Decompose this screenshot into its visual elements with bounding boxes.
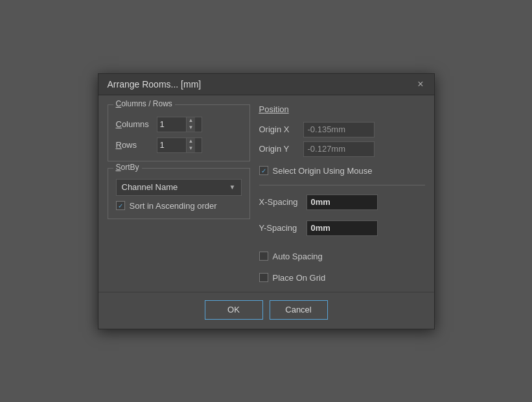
x-spacing-label: X-Spacing [259, 197, 301, 207]
title-bar: Arrange Rooms... [mm] × [98, 74, 434, 95]
columns-input[interactable] [157, 119, 186, 129]
auto-spacing-row: Auto Spacing [259, 252, 425, 261]
dialog-title: Arrange Rooms... [mm] [108, 79, 202, 89]
ok-button[interactable]: OK [205, 300, 263, 320]
rows-label: Rows [116, 140, 152, 150]
origin-y-input[interactable] [303, 141, 375, 157]
origin-x-row: Origin X [259, 122, 425, 137]
sortby-selected: Channel Name [122, 182, 178, 192]
separator-1 [259, 185, 425, 185]
columns-row: Columns ▲ ▼ [116, 117, 242, 132]
ascending-label[interactable]: Sort in Ascending order [130, 201, 217, 211]
sortby-dropdown[interactable]: Channel Name ▼ [116, 179, 242, 196]
rows-input[interactable] [157, 140, 186, 150]
auto-spacing-checkbox[interactable] [259, 252, 268, 261]
dropdown-arrow-icon: ▼ [229, 183, 236, 191]
columns-spinner-buttons: ▲ ▼ [186, 117, 196, 132]
columns-spinner[interactable]: ▲ ▼ [157, 117, 202, 132]
dialog-body: Columns / Rows Columns ▲ ▼ Rows [98, 95, 434, 292]
columns-down-button[interactable]: ▼ [187, 124, 196, 132]
columns-rows-label: Columns / Rows [113, 99, 175, 108]
sortby-group: SortBy Channel Name ▼ Sort in Ascending … [108, 168, 250, 219]
rows-spinner-buttons: ▲ ▼ [186, 138, 196, 152]
columns-label: Columns [116, 119, 152, 129]
origin-x-label: Origin X [259, 124, 298, 134]
dialog-footer: OK Cancel [98, 292, 434, 329]
place-on-grid-row: Place On Grid [259, 273, 425, 283]
position-label: Position [259, 104, 425, 114]
rows-down-button[interactable]: ▼ [187, 145, 196, 152]
origin-y-label: Origin Y [259, 144, 298, 154]
y-spacing-input[interactable] [306, 220, 378, 236]
y-spacing-label: Y-Spacing [259, 223, 301, 233]
select-origin-row: Select Origin Using Mouse [259, 166, 425, 176]
rows-up-button[interactable]: ▲ [187, 138, 196, 145]
cancel-button[interactable]: Cancel [270, 300, 328, 320]
columns-rows-group: Columns / Rows Columns ▲ ▼ Rows [108, 104, 250, 161]
rows-spinner[interactable]: ▲ ▼ [157, 137, 202, 153]
left-panel: Columns / Rows Columns ▲ ▼ Rows [108, 104, 250, 283]
select-origin-label[interactable]: Select Origin Using Mouse [273, 166, 373, 176]
select-origin-checkbox[interactable] [259, 166, 268, 175]
right-panel: Position Origin X Origin Y Select Origin… [259, 104, 425, 283]
place-on-grid-checkbox[interactable] [259, 273, 268, 282]
sortby-label: SortBy [113, 163, 142, 172]
x-spacing-row: X-Spacing [259, 195, 425, 210]
auto-spacing-label[interactable]: Auto Spacing [273, 252, 323, 261]
y-spacing-row: Y-Spacing [259, 220, 425, 236]
x-spacing-input[interactable] [306, 195, 378, 210]
arrange-rooms-dialog: Arrange Rooms... [mm] × Columns / Rows C… [98, 73, 435, 329]
rows-row: Rows ▲ ▼ [116, 137, 242, 153]
place-on-grid-label[interactable]: Place On Grid [273, 273, 326, 283]
position-section: Position Origin X Origin Y Select Origin… [259, 104, 425, 176]
origin-y-row: Origin Y [259, 141, 425, 157]
columns-up-button[interactable]: ▲ [187, 117, 196, 124]
ascending-checkbox[interactable] [116, 201, 125, 210]
close-button[interactable]: × [416, 79, 424, 89]
origin-x-input[interactable] [303, 122, 375, 137]
ascending-row: Sort in Ascending order [116, 201, 242, 211]
